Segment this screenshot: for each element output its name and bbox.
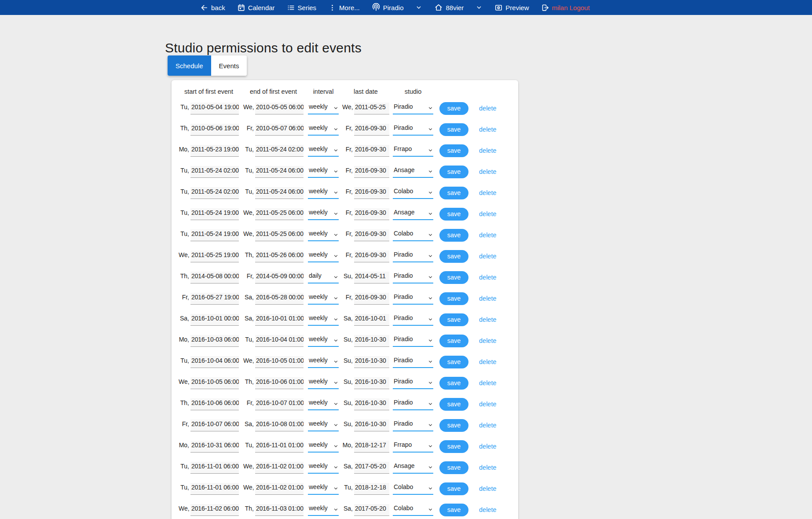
studio-select[interactable]: Piradio [393, 377, 433, 389]
save-button[interactable]: save [439, 208, 468, 221]
interval-select[interactable]: weekly [308, 419, 339, 431]
studio-select[interactable]: Piradio [393, 335, 433, 347]
end-datetime-input[interactable] [255, 377, 304, 389]
end-datetime-input[interactable] [255, 420, 304, 431]
delete-link[interactable]: delete [479, 443, 497, 450]
studio-select[interactable]: Piradio [393, 123, 433, 136]
piradio-dropdown-chevron[interactable] [415, 4, 422, 11]
last-date-input[interactable] [354, 398, 389, 410]
studio-select[interactable]: Colabo [393, 229, 433, 241]
studio-select[interactable]: Piradio [393, 250, 433, 262]
end-datetime-input[interactable] [255, 314, 304, 326]
save-button[interactable]: save [439, 187, 468, 199]
start-datetime-input[interactable] [190, 187, 239, 199]
last-date-input[interactable] [354, 103, 389, 114]
interval-select[interactable]: weekly [308, 292, 339, 305]
delete-link[interactable]: delete [479, 126, 497, 133]
interval-select[interactable]: weekly [308, 482, 339, 495]
start-datetime-input[interactable] [190, 398, 239, 410]
save-button[interactable]: save [439, 144, 468, 157]
save-button[interactable]: save [439, 271, 468, 284]
last-date-input[interactable] [354, 250, 389, 262]
save-button[interactable]: save [439, 482, 468, 495]
end-datetime-input[interactable] [255, 398, 304, 410]
studio-select[interactable]: Colabo [393, 187, 433, 199]
delete-link[interactable]: delete [479, 295, 497, 302]
start-datetime-input[interactable] [190, 504, 239, 516]
delete-link[interactable]: delete [479, 210, 497, 217]
start-datetime-input[interactable] [190, 377, 239, 389]
last-date-input[interactable] [354, 145, 389, 157]
start-datetime-input[interactable] [190, 335, 239, 347]
save-button[interactable]: save [439, 166, 468, 178]
save-button[interactable]: save [439, 504, 468, 516]
start-datetime-input[interactable] [190, 124, 239, 136]
nav-station[interactable]: 88vier [434, 3, 464, 12]
start-datetime-input[interactable] [190, 272, 239, 283]
last-date-input[interactable] [354, 420, 389, 431]
studio-select[interactable]: Piradio [393, 356, 433, 368]
interval-select[interactable]: weekly [308, 356, 339, 368]
delete-link[interactable]: delete [479, 189, 497, 196]
last-date-input[interactable] [354, 187, 389, 199]
start-datetime-input[interactable] [190, 420, 239, 431]
interval-select[interactable]: weekly [308, 144, 339, 157]
studio-select[interactable]: Frrapo [393, 144, 433, 157]
start-datetime-input[interactable] [190, 208, 239, 220]
start-datetime-input[interactable] [190, 229, 239, 241]
start-datetime-input[interactable] [190, 250, 239, 262]
studio-select[interactable]: Piradio [393, 419, 433, 431]
interval-select[interactable]: weekly [308, 229, 339, 241]
studio-select[interactable]: Ansage [393, 461, 433, 474]
save-button[interactable]: save [439, 398, 468, 411]
interval-select[interactable]: weekly [308, 461, 339, 474]
station-dropdown-chevron[interactable] [475, 4, 483, 11]
last-date-input[interactable] [354, 166, 389, 178]
delete-link[interactable]: delete [479, 105, 497, 112]
nav-calendar[interactable]: Calendar [237, 4, 275, 12]
studio-select[interactable]: Colabo [393, 482, 433, 495]
save-button[interactable]: save [439, 292, 468, 305]
interval-select[interactable]: weekly [308, 440, 339, 453]
save-button[interactable]: save [439, 377, 468, 390]
interval-select[interactable]: weekly [308, 166, 339, 178]
save-button[interactable]: save [439, 250, 468, 263]
delete-link[interactable]: delete [479, 379, 497, 386]
start-datetime-input[interactable] [190, 483, 239, 495]
start-datetime-input[interactable] [190, 441, 239, 453]
last-date-input[interactable] [354, 356, 389, 368]
end-datetime-input[interactable] [255, 272, 304, 283]
interval-select[interactable]: weekly [308, 102, 339, 114]
save-button[interactable]: save [439, 229, 468, 242]
save-button[interactable]: save [439, 419, 468, 432]
tab-schedule[interactable]: Schedule [168, 55, 211, 76]
studio-select[interactable]: Frrapo [393, 440, 433, 453]
delete-link[interactable]: delete [479, 316, 497, 323]
interval-select[interactable]: weekly [308, 313, 339, 326]
nav-back[interactable]: back [200, 4, 225, 12]
save-button[interactable]: save [439, 313, 468, 326]
delete-link[interactable]: delete [479, 464, 497, 471]
interval-select[interactable]: weekly [308, 398, 339, 410]
end-datetime-input[interactable] [255, 229, 304, 241]
interval-select[interactable]: daily [308, 271, 339, 283]
start-datetime-input[interactable] [190, 103, 239, 114]
end-datetime-input[interactable] [255, 145, 304, 157]
interval-select[interactable]: weekly [308, 335, 339, 347]
interval-select[interactable]: weekly [308, 123, 339, 136]
delete-link[interactable]: delete [479, 401, 497, 408]
last-date-input[interactable] [354, 314, 389, 326]
start-datetime-input[interactable] [190, 145, 239, 157]
end-datetime-input[interactable] [255, 124, 304, 136]
nav-logout[interactable]: milan Logout [541, 4, 590, 12]
end-datetime-input[interactable] [255, 293, 304, 305]
last-date-input[interactable] [354, 462, 389, 474]
last-date-input[interactable] [354, 504, 389, 516]
save-button[interactable]: save [439, 356, 468, 368]
interval-select[interactable]: weekly [308, 208, 339, 220]
start-datetime-input[interactable] [190, 356, 239, 368]
save-button[interactable]: save [439, 461, 468, 474]
save-button[interactable]: save [439, 123, 468, 136]
start-datetime-input[interactable] [190, 166, 239, 178]
studio-select[interactable]: Ansage [393, 208, 433, 220]
